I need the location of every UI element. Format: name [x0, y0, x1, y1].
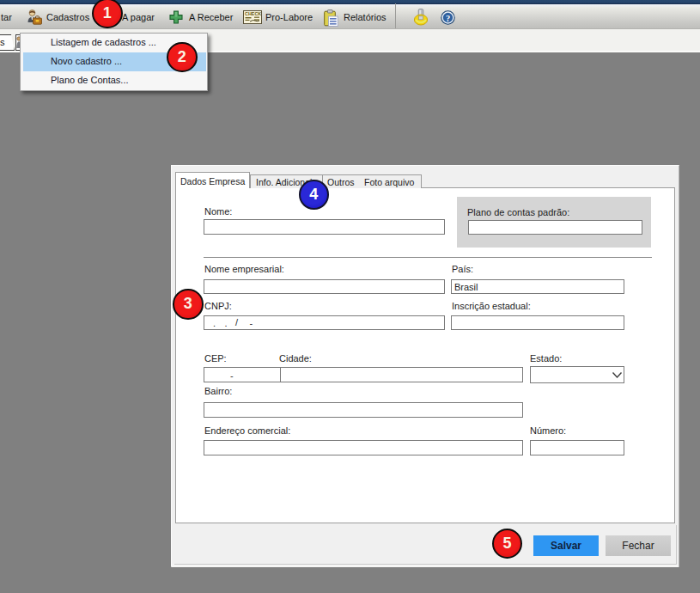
svg-text:?: ?: [446, 14, 450, 23]
svg-text:CHECK: CHECK: [245, 11, 261, 16]
